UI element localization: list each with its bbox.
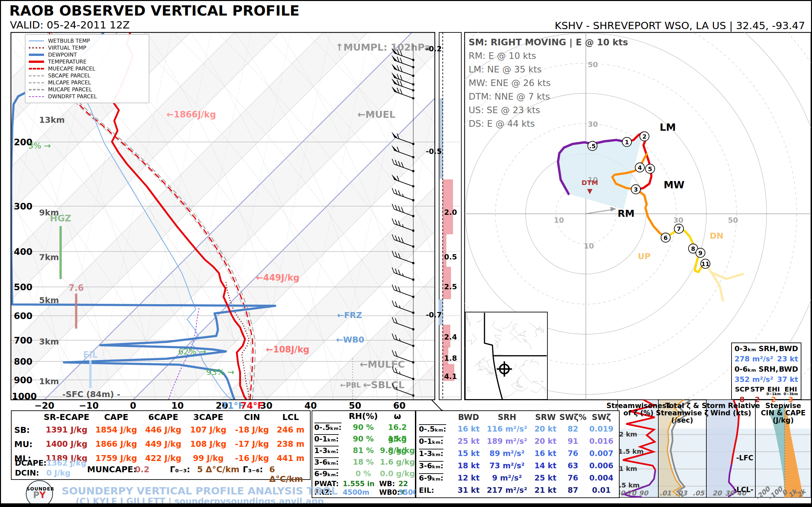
cell: -16 J/kg: [231, 451, 273, 466]
muncape-value: 0.2: [135, 465, 149, 474]
sounderpy-figure: 200 300 400 500 600 700 800 900 1000 13k…: [0, 0, 812, 507]
col-header: CAPE: [92, 411, 141, 423]
ehi3-value: 3: [782, 396, 799, 404]
cell: 91: [559, 435, 587, 447]
legend-label: MLCAPE PARCEL: [48, 79, 91, 86]
lapse36-label: Γ₃₋₆:: [243, 465, 263, 474]
w-value: 0.0 g/kg: [380, 468, 415, 480]
srh3-value: 278 m²/s²: [734, 355, 773, 365]
frz-annotation: ←FRZ: [337, 311, 362, 320]
pressure-tick: 1000: [12, 391, 37, 401]
lapse-label: 7.6: [68, 283, 84, 293]
cell: 9 m²/s²: [483, 472, 531, 484]
sbcape-line-sample: [29, 75, 44, 76]
cell: 217 m²/s²: [483, 484, 531, 496]
legend-label: TEMPERATURE: [48, 59, 87, 65]
mw-label: MW: [664, 179, 684, 190]
ehi3-header: EHI: [782, 386, 799, 392]
mover-dtm: DTM: NNE @ 7 kts: [469, 90, 628, 103]
mumpl-annotation: ↑MUMPL: 102hPa: [336, 42, 431, 53]
muecape-line-sample: [29, 68, 44, 69]
dcape-label: DCAPE:: [15, 459, 47, 467]
mini-tick: 90: [639, 489, 649, 497]
omega-label: -0.5: [426, 147, 442, 156]
cell: 446 J/kg: [141, 423, 186, 437]
lcl-label: -LCL-: [733, 486, 753, 494]
layer-label: 1-3ₖₘ:: [312, 445, 347, 456]
wb0-label: WB0:: [379, 488, 398, 497]
cell: 12 kt: [455, 472, 483, 484]
logo-text-p: P: [33, 490, 39, 500]
legend-box: WETBULB TEMP VIRTUAL TEMP DEWPOINT TEMPE…: [25, 34, 149, 103]
omega-bar-pos: [443, 180, 453, 234]
stp-header: STP: [750, 386, 765, 392]
legend-row: SBCAPE PARCEL: [29, 72, 145, 79]
legend-row: DWNDRFT PARCEL: [29, 93, 145, 100]
mini-height: 1 km: [619, 465, 637, 472]
mulfc-annotation: ←MULFC: [360, 359, 405, 370]
height-label: 5km: [39, 295, 59, 305]
cape449-annotation: ←449J/kg: [256, 273, 299, 283]
mini-title: Wind (kts): [710, 409, 751, 417]
height-marker: 1: [625, 139, 629, 146]
cell: 87: [559, 484, 587, 496]
cell: 1400 J/kg: [41, 437, 92, 451]
bwd6-value: 37 kt: [777, 375, 798, 386]
cell: 16 kt: [455, 423, 483, 435]
wb0-annotation: ←WB0: [336, 335, 364, 344]
dewpoint-line-sample: [29, 54, 44, 56]
temp-tick: −10: [79, 400, 99, 411]
pressure-tick: 700: [14, 335, 33, 345]
temperature-line-sample: [29, 61, 44, 63]
pbl-annotation: ←PBL: [340, 381, 361, 389]
height-marker: 9: [698, 249, 703, 257]
cell: 76: [559, 447, 587, 460]
legend-label: SBCAPE PARCEL: [48, 72, 90, 79]
mini-title: (/sec): [671, 416, 693, 424]
srh6-value: 352 m²/s²: [734, 375, 773, 386]
lapse36-value: 6 Δ°C/km: [269, 465, 310, 484]
cell: 20 kt: [531, 423, 559, 435]
pressure-tick: 800: [14, 356, 33, 367]
legend-label: MUCAPE PARCEL: [48, 87, 92, 93]
mover-us: US: SE @ 23 kts: [469, 103, 628, 117]
mini-height: 2 km: [619, 430, 637, 438]
mlcape-line-sample: [29, 82, 44, 83]
row-label: SB:: [12, 423, 41, 437]
ring-label: 10: [554, 216, 564, 224]
rh-annotation-top: 3% →: [28, 141, 51, 151]
cell: 1866 J/kg: [92, 437, 141, 451]
cell: 0.016: [587, 435, 616, 447]
dcin-label: DCIN:: [15, 469, 39, 477]
storm-motion-header: SM: RIGHT MOVING | E @ 10 kts: [469, 36, 628, 49]
omega-label: -0.7: [426, 311, 442, 319]
cell: 82: [559, 423, 587, 435]
temp-tick: 50: [349, 400, 361, 411]
omega-header: ω: [380, 411, 415, 421]
ring-label: 50: [728, 216, 738, 224]
srh3-label: 0-3ₖₘ SRH,: [734, 344, 778, 355]
surface-temp-f: 74°F: [241, 400, 264, 411]
cell: 108 J/kg: [186, 437, 231, 451]
height-marker: 4: [638, 164, 642, 171]
lfc-label: -LFC: [736, 454, 753, 462]
cell: 1391 J/kg: [41, 423, 92, 437]
bottom-border-bar: [1, 503, 812, 507]
dn-label: DN: [710, 231, 723, 241]
wb0-value: 3500m: [398, 488, 418, 497]
col-header: SR-ECAPE: [41, 411, 92, 423]
col-header: 6CAPE: [141, 411, 186, 423]
cell: 1759 J/kg: [92, 451, 141, 466]
ehi1-header: EHI: [765, 386, 782, 392]
bwd3-value: 23 kt: [777, 355, 798, 365]
omega-label: 2.0: [444, 208, 457, 216]
mini-title: Streamwise ζ: [656, 409, 709, 417]
cell: -17 J/kg: [231, 437, 273, 451]
station-info: KSHV - SHREVEPORT WSO, LA US | 32.45, -9…: [555, 19, 805, 32]
cell: 107 J/kg: [186, 423, 231, 437]
height-marker: 6: [664, 234, 668, 241]
mini-height: 1.5 km: [618, 447, 644, 455]
cell: 441 m: [273, 451, 308, 466]
cell: 246 m: [273, 423, 308, 437]
sounderpy-logo: SOUNDER PY: [26, 480, 53, 507]
